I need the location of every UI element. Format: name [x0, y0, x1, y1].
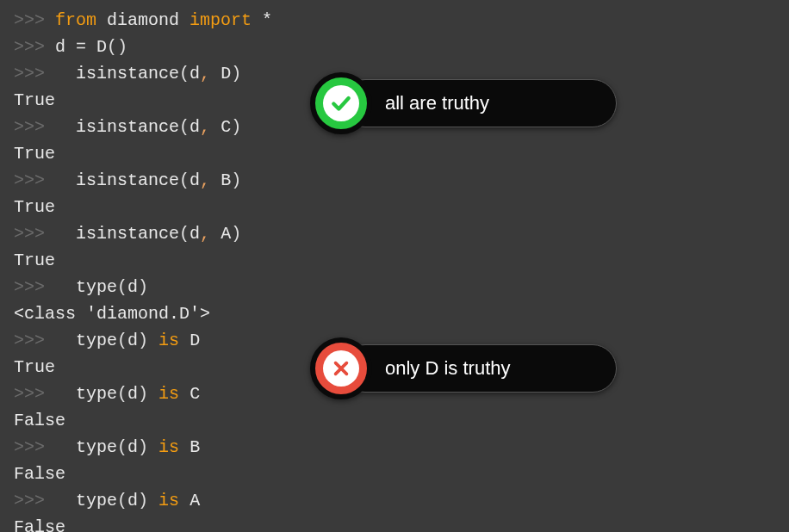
code-token: A — [189, 491, 200, 510]
code-token: C — [189, 384, 200, 404]
code-token: ( — [117, 331, 127, 350]
code-token: , — [200, 117, 210, 137]
repl-input-line: >>> isinstance(d, A) — [14, 220, 789, 247]
repl-input-line: >>> d = D() — [14, 34, 789, 60]
code-token: import — [189, 10, 252, 30]
repl-prompt: >>> — [14, 491, 55, 510]
code-token: ( — [117, 277, 127, 297]
repl-prompt: >>> — [14, 437, 55, 457]
output-text: True — [14, 357, 55, 377]
code-token: , — [200, 170, 210, 190]
repl-prompt: >>> — [14, 384, 55, 404]
code-token: * — [262, 10, 272, 30]
code-token: d — [189, 224, 200, 244]
code-token: d — [189, 170, 200, 190]
code-token: is — [158, 331, 179, 350]
code-token: ( — [179, 224, 189, 244]
code-token: ) — [231, 170, 241, 190]
code-token: ) — [231, 117, 241, 137]
repl-output-line: True — [14, 140, 789, 167]
repl-output-line: False — [14, 407, 789, 434]
code-token: C — [221, 117, 231, 137]
code-token: d — [127, 331, 138, 350]
output-text: False — [14, 464, 65, 484]
repl-input-line: >>> type(d) is A — [14, 487, 789, 514]
repl-input-line: >>> from diamond import * — [14, 7, 789, 34]
falsy-badge-label: only D is truthy — [385, 357, 511, 380]
repl-output-line: <class 'diamond.D'> — [14, 300, 789, 327]
code-token: , — [200, 224, 210, 244]
code-token: ( — [179, 117, 189, 137]
code-token: D — [189, 331, 200, 350]
check-icon — [310, 72, 372, 134]
code-token: ) — [231, 64, 241, 84]
code-token: isinstance — [76, 117, 179, 137]
repl-input-line: >>> type(d) — [14, 274, 789, 300]
code-token: () — [107, 37, 127, 57]
code-token: ) — [138, 384, 148, 404]
code-token: ( — [117, 384, 127, 404]
repl-prompt: >>> — [14, 224, 55, 244]
code-token: ) — [231, 224, 241, 244]
output-text: True — [14, 197, 55, 217]
truthy-badge-label: all are truthy — [385, 92, 489, 114]
truthy-badge: all are truthy — [310, 72, 617, 134]
code-token: is — [158, 384, 179, 404]
code-token: type — [76, 437, 117, 457]
repl-prompt: >>> — [14, 64, 55, 84]
code-token: D — [221, 64, 231, 84]
code-token: type — [76, 331, 117, 350]
code-token: isinstance — [76, 224, 179, 244]
code-token: ( — [117, 491, 127, 510]
code-token: = — [76, 37, 86, 57]
repl-prompt: >>> — [14, 277, 55, 297]
falsy-badge: only D is truthy — [310, 337, 617, 399]
repl-output-line: False — [14, 461, 789, 487]
repl-input-line: >>> type(d) is B — [14, 434, 789, 461]
output-text: True — [14, 251, 55, 270]
code-token: D — [96, 37, 107, 57]
repl-output-line: True — [14, 247, 789, 274]
output-text: False — [14, 411, 65, 430]
code-token: is — [158, 491, 179, 510]
code-token: d — [189, 117, 200, 137]
code-token: A — [221, 224, 231, 244]
code-token: d — [55, 37, 65, 57]
repl-prompt: >>> — [14, 117, 55, 137]
code-token: B — [189, 437, 200, 457]
output-text: False — [14, 517, 65, 532]
repl-output-line: True — [14, 194, 789, 220]
code-token: , — [200, 64, 210, 84]
repl-prompt: >>> — [14, 331, 55, 350]
code-token: type — [76, 384, 117, 404]
code-token: ( — [179, 170, 189, 190]
code-token: is — [158, 437, 179, 457]
code-token: d — [127, 491, 138, 510]
code-token: diamond — [107, 10, 179, 30]
code-token: ) — [138, 331, 148, 350]
output-text: True — [14, 90, 55, 110]
falsy-badge-pill: only D is truthy — [341, 344, 617, 393]
cross-icon — [310, 337, 372, 399]
code-token: isinstance — [76, 170, 179, 190]
code-token: from — [55, 10, 96, 30]
code-token: B — [221, 170, 231, 190]
repl-prompt: >>> — [14, 37, 55, 57]
code-token: ( — [117, 437, 127, 457]
truthy-badge-pill: all are truthy — [341, 79, 617, 127]
repl-input-line: >>> isinstance(d, B) — [14, 167, 789, 194]
output-text: True — [14, 144, 55, 164]
code-token: ) — [138, 437, 148, 457]
code-token: d — [127, 384, 138, 404]
repl-prompt: >>> — [14, 10, 55, 30]
code-token: type — [76, 277, 117, 297]
code-token: ) — [138, 277, 148, 297]
code-token: d — [127, 437, 138, 457]
code-token: ) — [138, 491, 148, 510]
code-token: d — [189, 64, 200, 84]
repl-prompt: >>> — [14, 170, 55, 190]
output-text: <class 'diamond.D'> — [14, 304, 210, 324]
repl-output-line: False — [14, 514, 789, 532]
code-token: type — [76, 491, 117, 510]
code-token: d — [127, 277, 138, 297]
